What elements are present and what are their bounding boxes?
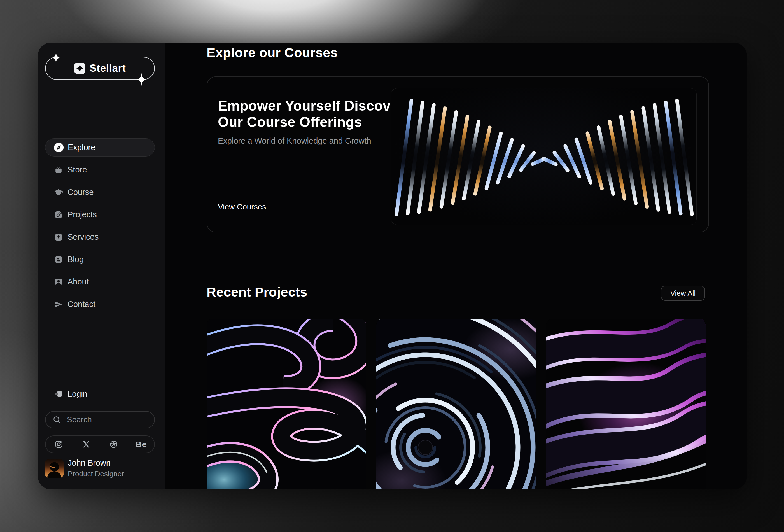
sidebar-item-label: About (67, 277, 89, 286)
sidebar-item-label: Services (67, 232, 99, 242)
project-card-3[interactable] (546, 319, 706, 489)
sidebar-item-label: Blog (67, 255, 84, 264)
main-content: Explore our Courses Empower Yourself Dis… (165, 43, 747, 489)
instagram-icon[interactable] (54, 440, 63, 449)
sidebar-item-label: Projects (67, 210, 97, 219)
sidebar: Stellart Explor (38, 43, 165, 489)
page-title: Explore our Courses (207, 45, 338, 60)
recent-projects-title: Recent Projects (207, 284, 307, 300)
sidebar-item-projects[interactable]: Projects (45, 205, 155, 224)
hero-helix-art (391, 88, 697, 225)
graduation-cap-icon (54, 187, 63, 197)
project-art-liquid-chrome (546, 319, 706, 489)
sidebar-item-contact[interactable]: Contact (45, 295, 155, 313)
sidebar-item-label: Contact (67, 300, 95, 309)
page-background: Stellart Explor (0, 0, 784, 532)
shopping-bag-icon (54, 165, 63, 175)
profile[interactable]: John Brown Product Designer (45, 458, 124, 478)
sparkle-icon (137, 73, 146, 86)
sidebar-item-services[interactable]: Services (45, 228, 155, 246)
dribbble-icon[interactable] (109, 440, 118, 449)
compass-icon (54, 142, 64, 152)
search-input[interactable] (66, 415, 148, 424)
profile-role: Product Designer (68, 470, 124, 478)
sidebar-nav: Explore Store (45, 138, 155, 313)
hero-title: Empower Yourself Discover Our Course Off… (218, 98, 414, 130)
project-cards (207, 319, 706, 489)
blog-icon (54, 254, 63, 264)
view-courses-link[interactable]: View Courses (218, 202, 266, 216)
sidebar-item-store[interactable]: Store (45, 161, 155, 179)
brand-star-icon (74, 63, 85, 74)
profile-name: John Brown (68, 458, 124, 468)
pencil-square-icon (54, 210, 63, 220)
paper-plane-icon (54, 299, 63, 309)
view-all-button[interactable]: View All (661, 286, 705, 301)
avatar (45, 459, 64, 478)
hero-card: Empower Yourself Discover Our Course Off… (207, 77, 709, 232)
social-bar: Bē (45, 436, 155, 453)
hero-subtitle: Explore a World of Knowledge and Growth (218, 136, 371, 146)
sidebar-item-label: Course (67, 188, 94, 197)
sparkle-icon (52, 52, 60, 63)
hero-image (391, 88, 697, 225)
login-label: Login (67, 390, 87, 399)
login-icon (54, 389, 63, 399)
behance-icon[interactable]: Bē (136, 440, 146, 449)
sidebar-item-label: Store (67, 165, 87, 174)
project-card-1[interactable] (207, 319, 366, 489)
sidebar-item-label: Explore (68, 143, 95, 152)
person-square-icon (54, 277, 63, 287)
brand-logo[interactable]: Stellart (45, 57, 155, 80)
project-card-2[interactable] (376, 319, 536, 489)
sidebar-item-about[interactable]: About (45, 273, 155, 291)
project-art-glass-ribbons (207, 319, 366, 489)
x-icon[interactable] (82, 440, 91, 449)
sidebar-item-blog[interactable]: Blog (45, 250, 155, 269)
search-icon (52, 415, 62, 425)
brand-name: Stellart (90, 62, 126, 74)
search-box[interactable] (45, 411, 155, 428)
app-window: Stellart Explor (38, 43, 747, 489)
login-button[interactable]: Login (45, 388, 155, 400)
star-square-icon (54, 232, 63, 242)
sidebar-item-course[interactable]: Course (45, 183, 155, 201)
sidebar-item-explore[interactable]: Explore (45, 138, 155, 157)
project-art-chrome-vortex (376, 319, 536, 489)
